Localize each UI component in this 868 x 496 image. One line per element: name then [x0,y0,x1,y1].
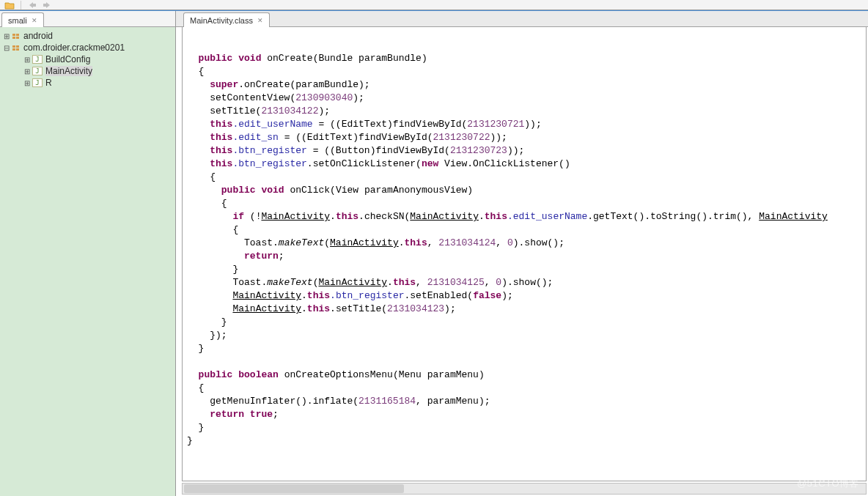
expand-icon[interactable]: ⊞ [23,79,31,87]
txt: Toast. [187,237,279,248]
num: 2131230723 [450,145,507,156]
close-icon[interactable]: ✕ [257,17,263,24]
tree-label: android [23,31,53,41]
txt: )); [507,145,524,156]
tree-item-com-droider[interactable]: ⊟ com.droider.crackme0201 [1,42,174,53]
tree-label: MainActivity [45,66,92,76]
kw-this: this [405,237,427,248]
kw-false: false [473,290,501,301]
brace: { [187,198,227,209]
txt: . [387,277,393,288]
num: 2131230722 [433,132,490,143]
java-file-icon: J [32,55,43,64]
folder-open-icon[interactable] [4,1,15,10]
kw-if: if [232,211,244,222]
collapse-icon[interactable]: ⊟ [3,44,10,52]
txt: (! [244,211,261,222]
txt: ); [501,290,513,301]
txt: . [479,211,485,222]
kw-public: public [221,185,256,196]
package-icon [12,43,21,52]
brace: } [187,435,193,446]
expand-icon[interactable]: ⊞ [3,32,10,40]
num: 2131034125 [427,277,485,288]
class-ref: MainActivity [232,290,301,301]
expand-icon[interactable]: ⊞ [23,56,31,64]
txt: . [330,211,336,222]
package-icon [12,32,21,40]
txt: , [427,237,439,248]
code-editor[interactable]: public void onCreate(Bundle paramBundle)… [182,27,867,481]
brace: { [187,66,204,77]
expand-icon[interactable]: ⊞ [23,67,31,75]
txt: = ((EditText)findViewById( [279,132,433,143]
brace: { [187,382,204,393]
tree-label: com.droider.crackme0201 [23,42,125,53]
tab-smali[interactable]: smali ✕ [1,12,44,27]
txt: , paramMenu); [416,396,490,407]
txt: ); [444,303,456,314]
txt: , [416,277,427,288]
tab-mainactivity-class[interactable]: MainActivity.class ✕ [183,12,270,27]
txt: ).show(); [501,277,553,288]
class-ref: MainActivity [759,211,828,222]
txt: = ((Button)findViewById( [307,145,450,156]
kw-return: return [210,409,244,420]
txt: ).show(); [513,237,564,248]
kw-boolean: boolean [238,369,279,380]
field: .btn_register [330,290,404,301]
toolbar [0,0,868,10]
tab-label: MainActivity.class [190,16,253,25]
static-call: makeText [267,277,312,288]
svg-rect-4 [12,45,15,48]
forward-icon[interactable] [42,1,52,10]
kw-this: this [336,211,358,222]
txt: getMenuInflater().inflate( [187,396,358,407]
field: .btn_register [232,145,306,156]
package-tree[interactable]: ⊞ android ⊟ com.droider.crackme0201 ⊞ J … [0,27,175,496]
call: .onCreate(paramBundle); [238,79,369,90]
field: .btn_register [232,158,306,169]
kw-this: this [393,277,416,288]
txt: View.OnClickListener() [438,158,570,169]
num: 2131165184 [358,396,416,407]
num: 2131034123 [387,303,444,314]
txt: . [301,303,307,314]
method-sig: onCreate(Bundle paramBundle) [267,53,427,64]
horizontal-scrollbar[interactable] [182,483,867,495]
txt: ; [279,251,284,262]
kw-this: this [210,132,232,143]
svg-rect-1 [16,34,19,36]
tree-item-mainactivity[interactable]: ⊞ J MainActivity [1,65,174,77]
txt: , [496,237,507,248]
svg-rect-6 [12,48,15,51]
tree-label: R [45,78,52,88]
txt: ); [353,92,364,103]
txt: .setTitle( [330,303,387,314]
class-ref: MainActivity [261,211,330,222]
kw-public: public [199,369,233,380]
kw-this: this [485,211,507,222]
txt: , [485,277,496,288]
txt: = ((EditText)findViewById( [313,119,468,130]
tree-item-r[interactable]: ⊞ J R [1,77,174,89]
class-ref: MainActivity [330,237,399,248]
tree-item-android[interactable]: ⊞ android [1,30,174,42]
java-file-icon: J [32,78,43,87]
close-icon[interactable]: ✕ [32,17,37,24]
svg-rect-5 [16,45,19,48]
num: 2131034124 [438,237,496,248]
svg-rect-3 [16,37,19,39]
back-icon[interactable] [27,1,37,10]
kw-true: true [250,409,273,420]
txt: . [301,290,307,301]
tree-item-buildconfig[interactable]: ⊞ J BuildConfig [1,53,174,65]
kw-return: return [244,251,279,262]
scrollbar-thumb[interactable] [184,484,404,493]
method-sig: onCreateOptionsMenu(Menu paramMenu) [284,369,485,380]
brace: { [187,171,216,182]
class-ref: MainActivity [318,277,387,288]
toolbar-divider [21,1,21,10]
svg-rect-7 [16,48,19,51]
tab-label: smali [8,16,27,25]
